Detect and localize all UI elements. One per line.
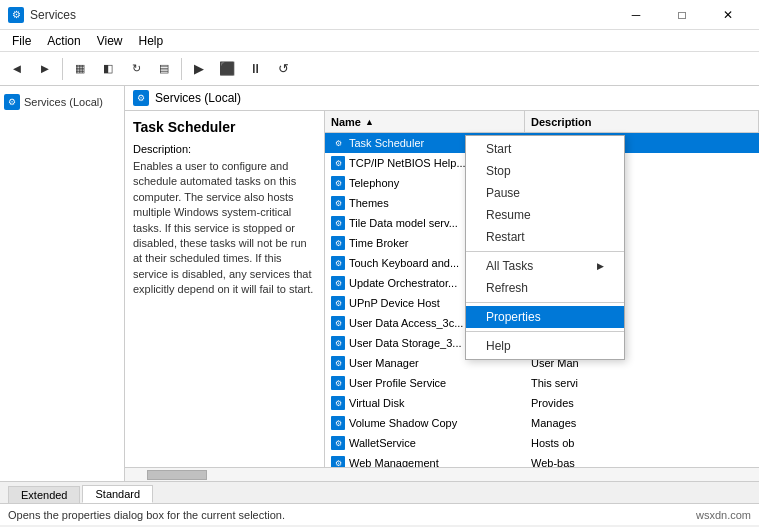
content-header-label: Services (Local)	[155, 91, 241, 105]
service-desc-cell: Provides	[525, 396, 759, 410]
toolbar-stop[interactable]: ⬛	[214, 56, 240, 82]
toolbar-btn-2[interactable]: ◧	[95, 56, 121, 82]
menu-bar: File Action View Help	[0, 30, 759, 52]
service-name: Themes	[349, 197, 389, 209]
service-name: Time Broker	[349, 237, 409, 249]
table-row[interactable]: ⚙ WalletService Hosts ob	[325, 433, 759, 453]
maximize-button[interactable]: □	[659, 0, 705, 30]
context-menu-item[interactable]: All Tasks▶	[466, 255, 624, 277]
tab-extended[interactable]: Extended	[8, 486, 80, 503]
service-desc-cell: Manages	[525, 416, 759, 430]
menu-help[interactable]: Help	[131, 32, 172, 50]
service-name: TCP/IP NetBIOS Help...	[349, 157, 466, 169]
table-row[interactable]: ⚙ Virtual Disk Provides	[325, 393, 759, 413]
title-bar-left: ⚙ Services	[8, 7, 76, 23]
service-name: UPnP Device Host	[349, 297, 440, 309]
close-button[interactable]: ✕	[705, 0, 751, 30]
toolbar-btn-3[interactable]: ↻	[123, 56, 149, 82]
sidebar: ⚙ Services (Local)	[0, 86, 125, 481]
service-icon: ⚙	[331, 276, 345, 290]
service-name: Web Management	[349, 457, 439, 467]
context-menu-item[interactable]: Stop	[466, 160, 624, 182]
service-description: Enables a user to configure and schedule…	[133, 159, 316, 298]
service-title: Task Scheduler	[133, 119, 316, 135]
context-menu-item[interactable]: Start	[466, 138, 624, 160]
split-view: Task Scheduler Description: Enables a us…	[125, 111, 759, 467]
tab-standard[interactable]: Standard	[82, 485, 153, 503]
service-name: User Profile Service	[349, 377, 446, 389]
toolbar-sep-2	[181, 58, 182, 80]
service-icon: ⚙	[331, 236, 345, 250]
service-icon: ⚙	[331, 216, 345, 230]
toolbar-back[interactable]: ◄	[4, 56, 30, 82]
content-icon: ⚙	[133, 90, 149, 106]
content-pane: ⚙ Services (Local) Task Scheduler Descri…	[125, 86, 759, 481]
service-name: Virtual Disk	[349, 397, 404, 409]
sidebar-header: ⚙ Services (Local)	[4, 90, 120, 114]
scroll-thumb[interactable]	[147, 470, 207, 480]
service-icon: ⚙	[331, 436, 345, 450]
toolbar-btn-1[interactable]: ▦	[67, 56, 93, 82]
col-header-desc[interactable]: Description	[525, 111, 759, 132]
status-text: Opens the properties dialog box for the …	[8, 509, 285, 521]
minimize-button[interactable]: ─	[613, 0, 659, 30]
horizontal-scrollbar[interactable]	[125, 467, 759, 481]
window-title: Services	[30, 8, 76, 22]
service-icon: ⚙	[331, 316, 345, 330]
toolbar-restart[interactable]: ↺	[270, 56, 296, 82]
service-icon: ⚙	[331, 396, 345, 410]
toolbar-pause[interactable]: ⏸	[242, 56, 268, 82]
col-header-name[interactable]: Name ▲	[325, 111, 525, 132]
scroll-track	[127, 470, 757, 480]
context-menu-separator	[466, 302, 624, 303]
menu-action[interactable]: Action	[39, 32, 88, 50]
list-header: Name ▲ Description	[325, 111, 759, 133]
context-menu: StartStopPauseResumeRestartAll Tasks▶Ref…	[465, 135, 625, 360]
table-row[interactable]: ⚙ Volume Shadow Copy Manages	[325, 413, 759, 433]
service-name: Tile Data model serv...	[349, 217, 458, 229]
context-menu-item[interactable]: Properties	[466, 306, 624, 328]
service-name: User Data Access_3c...	[349, 317, 463, 329]
service-info-panel: Task Scheduler Description: Enables a us…	[125, 111, 325, 467]
context-menu-item[interactable]: Refresh	[466, 277, 624, 299]
service-icon: ⚙	[331, 196, 345, 210]
context-menu-item[interactable]: Restart	[466, 226, 624, 248]
table-row[interactable]: ⚙ Web Management Web-bas	[325, 453, 759, 467]
toolbar-play[interactable]: ▶	[186, 56, 212, 82]
title-bar: ⚙ Services ─ □ ✕	[0, 0, 759, 30]
service-icon: ⚙	[331, 156, 345, 170]
context-menu-separator	[466, 331, 624, 332]
service-name: WalletService	[349, 437, 416, 449]
service-icon: ⚙	[331, 356, 345, 370]
service-icon: ⚙	[331, 176, 345, 190]
table-row[interactable]: ⚙ User Profile Service This servi	[325, 373, 759, 393]
sidebar-services-icon: ⚙	[4, 94, 20, 110]
service-icon: ⚙	[331, 296, 345, 310]
menu-view[interactable]: View	[89, 32, 131, 50]
service-icon: ⚙	[331, 136, 345, 150]
service-name: Volume Shadow Copy	[349, 417, 457, 429]
service-name: User Manager	[349, 357, 419, 369]
context-menu-item[interactable]: Resume	[466, 204, 624, 226]
toolbar-sep-1	[62, 58, 63, 80]
toolbar: ◄ ► ▦ ◧ ↻ ▤ ▶ ⬛ ⏸ ↺	[0, 52, 759, 86]
content-header: ⚙ Services (Local)	[125, 86, 759, 111]
submenu-arrow-icon: ▶	[597, 261, 604, 271]
service-name: User Data Storage_3...	[349, 337, 462, 349]
service-icon: ⚙	[331, 376, 345, 390]
service-desc-cell: Hosts ob	[525, 436, 759, 450]
context-menu-item[interactable]: Help	[466, 335, 624, 357]
context-menu-item[interactable]: Pause	[466, 182, 624, 204]
service-icon: ⚙	[331, 256, 345, 270]
toolbar-forward[interactable]: ►	[32, 56, 58, 82]
menu-file[interactable]: File	[4, 32, 39, 50]
service-name: Task Scheduler	[349, 137, 424, 149]
service-icon: ⚙	[331, 416, 345, 430]
title-controls: ─ □ ✕	[613, 0, 751, 30]
services-list: Name ▲ Description ⚙ Task Scheduler Enab…	[325, 111, 759, 467]
service-name: Touch Keyboard and...	[349, 257, 459, 269]
app-icon: ⚙	[8, 7, 24, 23]
sidebar-label: Services (Local)	[24, 96, 103, 108]
toolbar-btn-4[interactable]: ▤	[151, 56, 177, 82]
service-desc-cell: This servi	[525, 376, 759, 390]
